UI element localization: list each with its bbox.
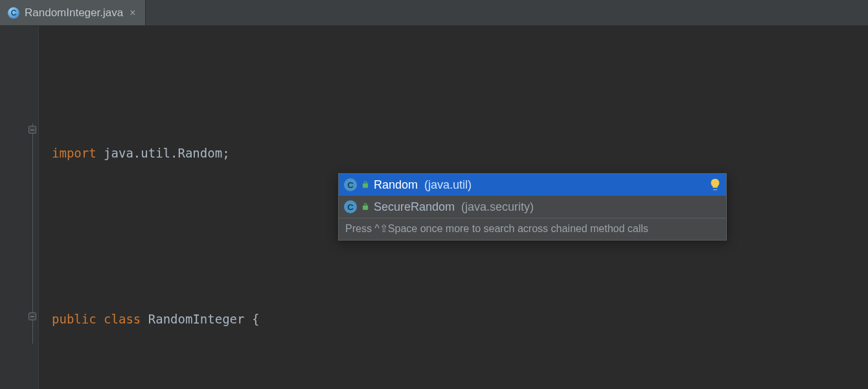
unlock-icon — [361, 180, 370, 189]
class-name: RandomInteger — [148, 312, 245, 326]
completion-package: (java.util) — [424, 178, 472, 192]
punctuation: { — [252, 312, 259, 326]
editor-tab[interactable]: C RandomInteger.java × — [0, 0, 146, 25]
completion-name: Random — [374, 178, 418, 192]
qualified-name: java.util.Random — [104, 146, 222, 160]
completion-package: (java.security) — [461, 200, 534, 214]
class-icon: C — [344, 200, 357, 213]
tab-filename: RandomInteger.java — [25, 6, 123, 19]
keyword: public — [52, 312, 97, 326]
autocomplete-popup: CRandom(java.util)CSecureRandom(java.sec… — [338, 173, 727, 241]
autocomplete-hint: Press ^⇧Space once more to search across… — [339, 218, 726, 240]
fold-toggle-icon[interactable] — [29, 126, 36, 134]
intention-bulb-icon[interactable] — [708, 178, 722, 192]
completion-name: SecureRandom — [374, 200, 455, 214]
keyword: import — [52, 146, 97, 160]
class-icon: C — [344, 178, 357, 191]
close-tab-icon[interactable]: × — [128, 7, 137, 19]
autocomplete-item[interactable]: CRandom(java.util) — [339, 174, 726, 196]
gutter[interactable] — [0, 26, 39, 389]
keyword: class — [104, 312, 141, 326]
class-file-icon: C — [8, 7, 19, 19]
fold-toggle-icon[interactable] — [29, 312, 36, 320]
autocomplete-item[interactable]: CSecureRandom(java.security) — [339, 196, 726, 218]
unlock-icon — [361, 202, 370, 211]
fold-guide — [32, 123, 33, 344]
tab-bar: C RandomInteger.java × — [0, 0, 868, 26]
punctuation: ; — [222, 146, 229, 160]
